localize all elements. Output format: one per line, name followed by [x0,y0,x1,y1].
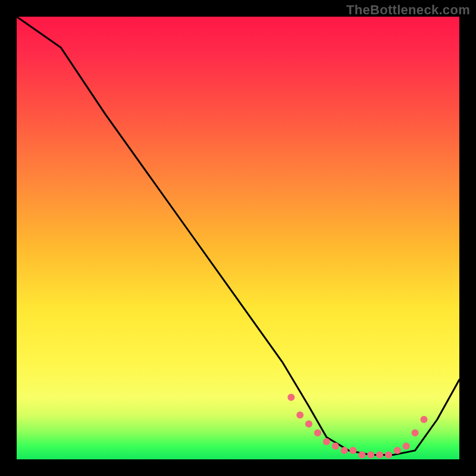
highlight-dot [421,416,428,423]
highlight-dot [332,443,339,450]
highlight-dot [367,452,374,459]
highlight-dot [403,443,410,450]
highlight-dot [305,421,312,428]
curve-svg [17,17,459,459]
highlight-dot [296,412,303,419]
highlight-dots [287,394,427,459]
highlight-dot [412,429,419,436]
highlight-dot [349,447,356,454]
highlight-dot [323,438,330,445]
watermark-text: TheBottleneck.com [346,2,470,18]
highlight-dot [341,447,348,454]
bottleneck-curve [17,17,459,455]
chart-frame: TheBottleneck.com [0,0,476,476]
highlight-dot [314,429,321,436]
highlight-dot [385,452,392,459]
plot-area [17,17,459,459]
highlight-dot [358,452,365,459]
highlight-dot [287,394,295,401]
highlight-dot [394,447,401,454]
highlight-dot [376,452,383,459]
